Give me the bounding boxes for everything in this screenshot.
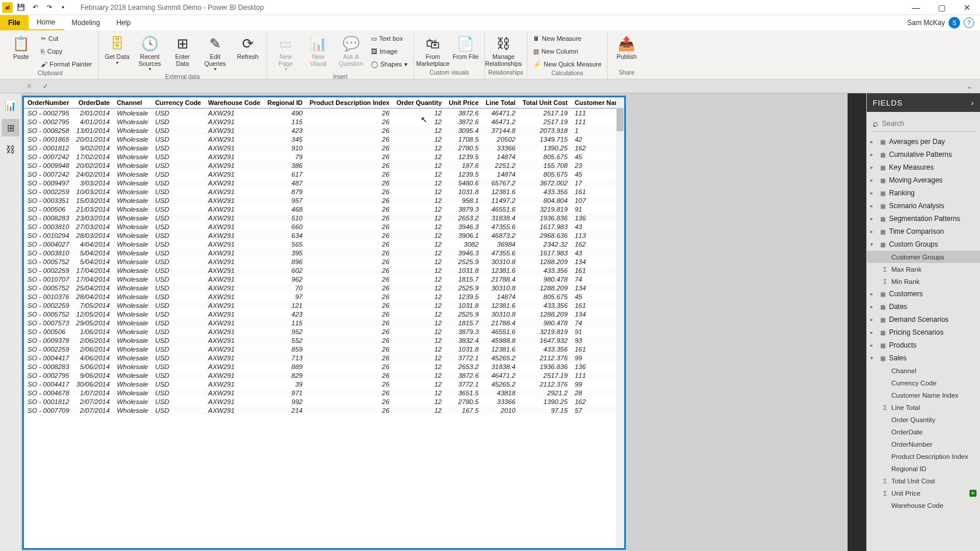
field-column[interactable]: Customer Groups [867, 251, 980, 263]
field-column[interactable]: Currency Code [867, 377, 980, 389]
column-header[interactable]: Product Description Index [306, 97, 393, 108]
table-row[interactable]: SO - 00027954/01/2014WholesaleUSDAXW2911… [24, 117, 626, 126]
redo-button[interactable]: ↷ [43, 2, 55, 13]
field-column[interactable]: ΣLine Total [867, 401, 980, 413]
field-table-demand-scenarios[interactable]: ▸▦Demand Scenarios [867, 313, 980, 326]
field-column[interactable]: Regional ID [867, 462, 980, 475]
table-row[interactable]: SO - 00044174/06/2014WholesaleUSDAXW2917… [24, 353, 626, 362]
field-column[interactable]: ΣTotal Unit Cost [867, 475, 980, 487]
column-header[interactable]: Unit Price [445, 97, 482, 108]
image-button[interactable]: 🖼 Image [369, 45, 410, 57]
field-table-scenario-analysis[interactable]: ▸▦Scenario Analysis [867, 199, 980, 212]
field-column[interactable]: Warehouse Code [867, 499, 980, 511]
tab-file[interactable]: File [0, 15, 29, 30]
table-row[interactable]: SO - 000335115/03/2014WholesaleUSDAXW291… [24, 196, 626, 205]
table-row[interactable]: SO - 00077092/07/2014WholesaleUSDAXW2912… [24, 406, 626, 415]
table-row[interactable]: SO - 000441730/06/2014WholesaleUSDAXW291… [24, 380, 626, 388]
field-table-custom-groups[interactable]: ▾▦Custom Groups [867, 238, 980, 251]
table-row[interactable]: SO - 000994820/02/2014WholesaleUSDAXW291… [24, 161, 626, 170]
table-row[interactable]: SO - 000724224/02/2014WholesaleUSDAXW291… [24, 170, 626, 178]
column-header[interactable]: Total Unit Cost [519, 97, 571, 108]
data-table[interactable]: OrderNumberOrderDateChannelCurrency Code… [22, 96, 626, 550]
get-data-button[interactable]: 🗄Get Data▾ [102, 33, 132, 66]
recent-sources-button[interactable]: 🕓Recent Sources▾ [135, 33, 165, 73]
column-header[interactable]: Currency Code [152, 97, 205, 108]
refresh-button[interactable]: ⟳Refresh [233, 33, 263, 62]
field-table-products[interactable]: ▸▦Products [867, 339, 980, 352]
table-row[interactable]: SO - 00022597/05/2014WholesaleUSDAXW2911… [24, 301, 626, 310]
field-table-averages-per-day[interactable]: ▸▦Averages per Day [867, 135, 980, 148]
from-file-button[interactable]: 📄From File [450, 33, 481, 62]
table-row[interactable]: SO - 000575225/04/2014WholesaleUSDAXW291… [24, 283, 626, 292]
cut-button[interactable]: ✂ Cut [38, 33, 94, 44]
tab-home[interactable]: Home [29, 15, 64, 30]
table-row[interactable]: SO - 00082835/06/2014WholesaleUSDAXW2918… [24, 362, 626, 371]
field-table-sales[interactable]: ▾▦Sales [867, 352, 980, 364]
column-header[interactable]: Regional ID [264, 97, 306, 108]
table-row[interactable]: SO - 000757329/05/2014WholesaleUSDAXW291… [24, 318, 626, 327]
table-row[interactable]: SO - 00022592/06/2014WholesaleUSDAXW2918… [24, 345, 626, 353]
table-row[interactable]: SO - 000825813/01/2014WholesaleUSDAXW291… [24, 126, 626, 135]
column-header[interactable]: Order Quantity [393, 97, 446, 108]
field-column[interactable]: Product Description Index [867, 450, 980, 462]
field-table-dates[interactable]: ▸▦Dates [867, 300, 980, 313]
table-row[interactable]: SO - 00094973/03/2014WholesaleUSDAXW2914… [24, 178, 626, 187]
shapes-button[interactable]: ◯ Shapes ▾ [369, 58, 410, 70]
table-row[interactable]: SO - 001070717/04/2014WholesaleUSDAXW291… [24, 275, 626, 283]
table-row[interactable]: SO - 00057525/04/2014WholesaleUSDAXW2918… [24, 257, 626, 266]
table-row[interactable]: SO - 000381027/03/2014WholesaleUSDAXW291… [24, 222, 626, 231]
save-button[interactable]: 💾 [15, 2, 27, 13]
visualizations-pane-collapsed[interactable] [848, 93, 866, 551]
help-icon[interactable]: ? [964, 17, 974, 28]
vertical-scrollbar[interactable] [616, 97, 624, 548]
new-measure-button[interactable]: 🖩 New Measure [531, 33, 604, 44]
table-row[interactable]: SO - 000575212/05/2014WholesaleUSDAXW291… [24, 310, 626, 318]
field-column[interactable]: Customer Name Index [867, 389, 980, 401]
table-row[interactable]: SO - 000225910/03/2014WholesaleUSDAXW291… [24, 187, 626, 196]
field-table-time-comparison[interactable]: ▸▦Time Comparison [867, 225, 980, 238]
model-view-button[interactable]: ⛓ [2, 141, 19, 159]
tab-modeling[interactable]: Modeling [64, 15, 108, 30]
table-row[interactable]: SO - 0005061/06/2014WholesaleUSDAXW29195… [24, 327, 626, 336]
table-row[interactable]: SO - 001037628/04/2014WholesaleUSDAXW291… [24, 292, 626, 301]
column-header[interactable]: Channel [113, 97, 152, 108]
table-row[interactable]: SO - 001029428/03/2014WholesaleUSDAXW291… [24, 231, 626, 240]
field-column[interactable]: OrderDate [867, 426, 980, 438]
table-row[interactable]: SO - 000724217/02/2014WholesaleUSDAXW291… [24, 152, 626, 161]
field-table-key-measures[interactable]: ▸▦Key Measures [867, 161, 980, 174]
field-column[interactable]: ΣUnit Pricefx [867, 487, 980, 499]
field-column[interactable]: OrderNumber [867, 438, 980, 450]
column-header[interactable]: OrderNumber [24, 97, 73, 108]
formula-commit-icon[interactable]: ✓ [40, 81, 51, 92]
field-table-pricing-scenarios[interactable]: ▸▦Pricing Scenarios [867, 326, 980, 339]
edit-queries-button[interactable]: ✎Edit Queries▾ [200, 33, 230, 73]
table-row[interactable]: SO - 000186520/01/2014WholesaleUSDAXW291… [24, 135, 626, 143]
table-row[interactable]: SO - 00027952/01/2014WholesaleUSDAXW2914… [24, 108, 626, 118]
qat-dropdown[interactable]: ▾ [57, 2, 69, 13]
table-row[interactable]: SO - 000828323/03/2014WholesaleUSDAXW291… [24, 213, 626, 222]
paste-button[interactable]: 📋Paste [6, 33, 36, 62]
field-table-segmentation-patterns[interactable]: ▸▦Segmentation Patterns [867, 212, 980, 225]
column-header[interactable]: Warehouse Code [205, 97, 264, 108]
minimize-button[interactable]: ― [903, 0, 929, 15]
table-row[interactable]: SO - 00046781/07/2014WholesaleUSDAXW2919… [24, 388, 626, 397]
field-table-cumulative-patterns[interactable]: ▸▦Cumulative Patterns [867, 148, 980, 161]
field-column[interactable]: ΣMax Rank [867, 263, 980, 275]
field-column[interactable]: ΣMin Rank [867, 275, 980, 287]
table-row[interactable]: SO - 00038105/04/2014WholesaleUSDAXW2913… [24, 248, 626, 257]
data-view-button[interactable]: ⊞ [2, 119, 19, 136]
column-header[interactable]: OrderDate [73, 97, 114, 108]
formula-cancel-icon[interactable]: ✕ [23, 81, 35, 92]
manage-relationships-button[interactable]: ⛓Manage Relationships [488, 33, 519, 68]
from-marketplace-button[interactable]: 🛍From Marketplace [418, 33, 448, 68]
new-column-button[interactable]: ▥ New Column [531, 45, 604, 57]
enter-data-button[interactable]: ⊞Enter Data [167, 33, 198, 68]
column-header[interactable]: Line Total [482, 97, 519, 108]
scrollbar-thumb[interactable] [617, 108, 624, 131]
table-row[interactable]: SO - 00093782/06/2014WholesaleUSDAXW2915… [24, 336, 626, 345]
copy-button[interactable]: ⎘ Copy [38, 45, 94, 57]
table-row[interactable]: SO - 00027959/06/2014WholesaleUSDAXW2918… [24, 371, 626, 380]
field-column[interactable]: Order Quantity [867, 413, 980, 426]
textbox-button[interactable]: ▭ Text box [369, 33, 410, 44]
search-input[interactable] [882, 120, 974, 128]
